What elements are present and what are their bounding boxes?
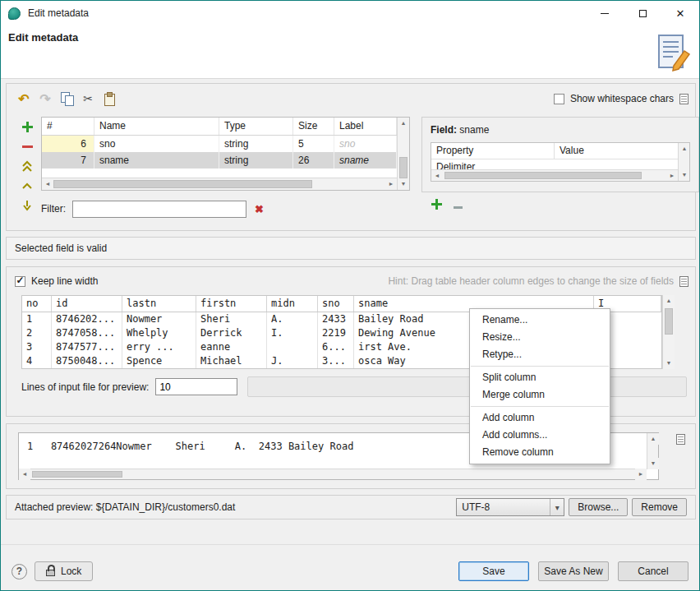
save-button[interactable]: Save [458,561,529,581]
column-header-value[interactable]: Value [555,143,689,159]
raw-panel-icon[interactable] [676,434,685,445]
remove-button[interactable]: Remove [632,498,687,516]
scroll-right-icon[interactable]: ► [666,170,678,182]
page-title: Edit metadata [8,31,78,44]
menu-item-split-column[interactable]: Split column [470,369,610,386]
cancel-button[interactable]: Cancel [618,561,688,581]
hscroll-thumb[interactable] [32,471,122,478]
menu-item-add-column[interactable]: Add column [470,409,610,427]
clear-filter-icon[interactable]: ✖ [255,203,264,215]
add-property-button[interactable] [431,199,442,212]
help-icon[interactable]: ? [12,564,27,579]
column-header[interactable]: no [22,296,52,312]
column-header-num[interactable]: # [42,118,94,135]
column-header-name[interactable]: Name [94,118,219,135]
paste-icon[interactable] [99,90,120,107]
vscroll-thumb[interactable] [399,157,408,178]
menu-item-merge-column[interactable]: Merge column [470,386,610,404]
scroll-down-icon[interactable]: ▼ [663,358,675,369]
hscroll-thumb[interactable] [444,172,642,179]
scroll-up-icon[interactable]: ▲ [647,433,659,445]
fields-table-header: # Name Type Size Label [42,118,397,136]
fields-table-vscroll[interactable]: ▲ ▼ [397,118,409,190]
column-header[interactable]: lastn [122,296,196,312]
metadata-document-icon [654,33,692,72]
browse-button[interactable]: Browse... [569,498,628,516]
show-whitespace-checkbox[interactable] [554,94,564,104]
hscroll-thumb[interactable] [53,180,312,188]
scroll-left-icon[interactable]: ◄ [42,178,53,190]
preview-hint: Hint: Drag table header column edges to … [388,275,674,287]
menu-item-rename[interactable]: Rename... [470,312,610,329]
remove-property-button[interactable] [454,200,463,211]
scroll-right-icon[interactable]: ► [385,178,397,190]
lines-of-input-label: Lines of input file for preview: [21,381,149,393]
scroll-down-icon[interactable]: ▼ [679,169,690,181]
field-properties-panel: Field: sname Property Value Delimiter ◄ … [421,117,699,192]
scroll-up-icon[interactable]: ▲ [398,118,409,129]
chevron-up-icon [21,182,33,190]
menu-item-resize[interactable]: Resize... [470,329,610,346]
maximize-button[interactable] [624,1,661,25]
footer-separator [1,544,699,545]
scroll-left-icon[interactable]: ◄ [431,170,443,182]
scroll-right-icon[interactable]: ► [635,469,647,480]
column-header[interactable]: midn [267,296,318,312]
property-table-header: Property Value [431,143,689,159]
editor-toolbar: ↶ ↷ ✂ Show whitespace chars [13,87,688,110]
scroll-left-icon[interactable]: ◄ [19,469,30,480]
property-table-vscroll[interactable]: ▲ ▼ [678,143,689,181]
add-field-button[interactable] [20,119,35,134]
column-header[interactable]: firstn [196,296,267,312]
menu-item-retype[interactable]: Retype... [470,346,610,363]
column-header-label[interactable]: Label [334,118,397,135]
encoding-select[interactable]: UTF-8 ▾ [456,498,564,516]
field-row-sname-selected[interactable]: 7 sname string 26 sname [42,152,397,169]
undo-icon[interactable]: ↶ [13,90,35,107]
raw-preview-hscroll[interactable]: ◄ ► [19,469,647,479]
plus-icon [431,199,442,210]
field-row-sno[interactable]: 6 sno string 5 sno [42,136,397,152]
move-field-down-button[interactable] [20,198,35,213]
menu-item-remove-column[interactable]: Remove column [470,444,610,461]
attached-preview-bar: Attached preview: ${DATAIN_DIR}/customer… [6,495,696,519]
save-as-new-button[interactable]: Save As New [538,561,609,581]
scroll-down-icon[interactable]: ▼ [398,178,409,190]
validation-status: Selected field is valid [6,237,696,260]
footer: ? Lock Save Save As New Cancel [1,552,699,591]
panel-menu-icon[interactable] [679,94,688,104]
keep-line-width-checkbox[interactable]: ✓ [15,276,25,287]
move-field-up-button[interactable] [20,178,35,193]
preview-panel-icon[interactable] [679,276,688,287]
move-field-top-button[interactable] [20,159,35,173]
menu-separator [471,366,609,367]
lock-button[interactable]: Lock [35,561,93,581]
minimize-button[interactable] [586,1,624,25]
lines-of-input-field[interactable] [155,378,237,395]
raw-preview-vscroll[interactable]: ▲ ▼ [647,433,658,469]
column-header[interactable]: id [52,296,122,312]
column-header-size[interactable]: Size [293,118,334,135]
filter-input[interactable] [72,201,246,218]
encoding-value: UTF-8 [457,501,550,513]
preview-table-vscroll[interactable]: ▲ ▼ [662,295,675,369]
minus-icon [22,145,33,148]
field-actions-toolbar [13,117,41,218]
lock-icon [46,570,55,576]
fields-table-hscroll[interactable]: ◄ ► [42,178,397,190]
dialog-header: Edit metadata [1,25,699,79]
titlebar[interactable]: Edit metadata ✕ [1,1,699,25]
column-header[interactable]: sno [318,296,354,312]
scroll-up-icon[interactable]: ▲ [679,143,690,155]
column-header-type[interactable]: Type [219,118,293,135]
property-table-hscroll[interactable]: ◄ ► [431,169,678,181]
column-header-property[interactable]: Property [431,143,555,159]
cut-icon[interactable]: ✂ [77,90,99,107]
menu-item-add-columns[interactable]: Add columns... [470,427,610,444]
scroll-up-icon[interactable]: ▲ [663,295,675,307]
remove-field-button[interactable] [20,139,35,154]
copy-icon[interactable] [56,90,77,107]
vscroll-thumb[interactable] [665,308,673,335]
scroll-down-icon[interactable]: ▼ [647,458,659,469]
close-button[interactable]: ✕ [661,1,699,25]
